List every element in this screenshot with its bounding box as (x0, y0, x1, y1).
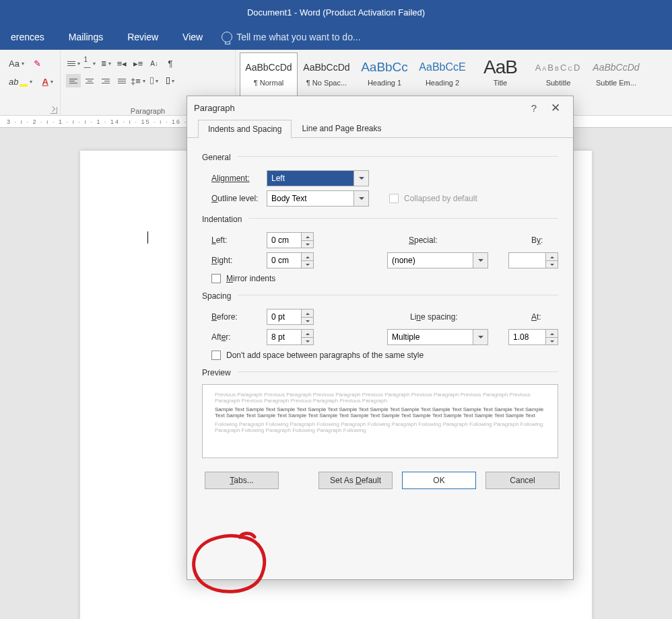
indentation-section: Indentation Left: Special: By: Right: Mi… (202, 215, 558, 283)
tab-mailings[interactable]: Mailings (63, 28, 108, 46)
show-marks-button[interactable]: ¶ (163, 57, 178, 70)
paragraph-dialog: Paragraph ? ✕ Indents and Spacing Line a… (187, 96, 574, 580)
cancel-button[interactable]: Cancel (485, 472, 560, 489)
numbering-button[interactable]: 1—▾ (82, 57, 97, 70)
clear-formatting-button[interactable]: ✎ (30, 57, 44, 71)
spacing-heading: Spacing (202, 291, 231, 301)
indent-left-label: Left: (202, 235, 263, 245)
increase-indent-button[interactable]: ▸≡ (131, 57, 145, 70)
preview-section: Preview Previous Paragraph Previous Para… (202, 368, 558, 458)
tell-me-placeholder: Tell me what you want to do... (236, 32, 360, 42)
help-button[interactable]: ? (523, 102, 545, 114)
general-section: General Alignment: OOutline level:utline… (202, 153, 558, 207)
style-tile-subtitle[interactable]: AaBbCcDSubtitle (529, 52, 587, 98)
preview-previous: Previous Paragraph Previous Paragraph Pr… (215, 392, 545, 404)
style-tile--no-spac-[interactable]: AaBbCcDd¶ No Spac... (298, 52, 356, 98)
preview-box: Previous Paragraph Previous Paragraph Pr… (202, 384, 558, 458)
at-spinner[interactable] (508, 329, 558, 345)
special-label: Special: (409, 235, 469, 245)
preview-heading: Preview (202, 368, 231, 377)
style-tile-heading-1[interactable]: AaBbCcHeading 1 (356, 52, 413, 98)
bullets-button[interactable]: ▾ (66, 57, 81, 70)
dialog-title: Paragraph (194, 103, 235, 113)
outline-level-label: OOutline level:utline level: (202, 194, 263, 203)
ruler-marks: 3 · ı · 2 · ı · 1 · ı · ı · 1 · 14 · ı ·… (7, 118, 193, 125)
chevron-down-icon[interactable] (473, 252, 488, 268)
sort-button[interactable]: A↓ (147, 57, 162, 70)
alignment-label: Alignment: (202, 174, 263, 183)
line-spacing-label: Line spacing: (410, 312, 484, 322)
decrease-indent-button[interactable]: ≡◂ (114, 57, 129, 70)
font-color-button[interactable]: A▾ (38, 75, 56, 89)
line-spacing-button[interactable]: ‡≡▾ (131, 74, 145, 87)
indent-right-label: Right: (202, 256, 263, 265)
after-spinner[interactable] (267, 329, 314, 345)
tab-indents-spacing[interactable]: Indents and Spacing (198, 120, 292, 138)
indentation-heading: Indentation (202, 215, 242, 224)
text-cursor (147, 231, 148, 244)
align-center-button[interactable] (82, 74, 97, 87)
before-spinner[interactable] (267, 309, 314, 325)
general-heading: General (202, 153, 231, 162)
change-case-button[interactable]: Aa▾ (5, 57, 28, 71)
close-button[interactable]: ✕ (545, 101, 566, 115)
indent-left-spinner[interactable] (267, 232, 314, 248)
tab-line-page-breaks[interactable]: Line and Page Breaks (292, 119, 391, 137)
by-label: By: (531, 235, 558, 245)
lightbulb-icon (222, 32, 232, 42)
ok-button[interactable]: OK (402, 472, 476, 489)
chevron-down-icon[interactable] (354, 170, 369, 186)
special-combo[interactable] (387, 252, 488, 268)
multilevel-button[interactable]: ≣▾ (98, 57, 113, 70)
align-right-button[interactable] (98, 74, 113, 87)
titlebar: Document1 - Word (Product Activation Fai… (0, 0, 672, 24)
mirror-indents-label: Mirror indents (226, 274, 275, 283)
chevron-down-icon[interactable] (354, 190, 369, 207)
style-tile--normal[interactable]: AaBbCcDd¶ Normal (240, 52, 298, 98)
preview-following: Following Paragraph Following Paragraph … (215, 421, 545, 433)
justify-button[interactable] (114, 74, 129, 87)
align-left-button[interactable] (66, 74, 81, 87)
spacing-section: Spacing Before: Line spacing: At: After:… (202, 291, 558, 360)
font-group: Aa▾ ✎ ab▾ A▾ (0, 50, 61, 116)
alignment-combo[interactable] (267, 170, 369, 186)
line-spacing-combo[interactable] (387, 329, 488, 345)
style-tile-subtle-em-[interactable]: AaBbCcDdSubtle Em... (587, 52, 645, 98)
mirror-indents-checkbox[interactable]: Mirror indents (202, 274, 558, 283)
dialog-titlebar[interactable]: Paragraph ? ✕ (187, 96, 573, 119)
tab-review[interactable]: Review (122, 28, 164, 46)
window-title: Document1 - Word (Product Activation Fai… (247, 7, 425, 17)
dont-add-space-checkbox[interactable]: Don't add space between paragraphs of th… (202, 351, 558, 360)
collapsed-label: Collapsed by default (404, 194, 477, 203)
ribbon-tabs: erences Mailings Review View Tell me wha… (0, 24, 672, 50)
borders-button[interactable]: ▾ (163, 74, 178, 87)
chevron-down-icon[interactable] (473, 329, 488, 345)
outline-level-combo[interactable] (267, 190, 369, 207)
font-launcher-icon[interactable] (51, 107, 57, 114)
style-tile-heading-2[interactable]: AaBbCcEHeading 2 (413, 52, 471, 98)
dialog-tabs: Indents and Spacing Line and Page Breaks (187, 119, 573, 138)
tabs-button[interactable]: Tabs... (205, 472, 279, 489)
after-label: After: (202, 332, 263, 342)
highlight-button[interactable]: ab▾ (5, 75, 36, 89)
style-tile-title[interactable]: AaBTitle (471, 52, 529, 98)
tab-view[interactable]: View (177, 28, 208, 46)
set-as-default-button[interactable]: Set As Default (318, 472, 393, 489)
tell-me-search[interactable]: Tell me what you want to do... (222, 32, 360, 42)
preview-sample: Sample Text Sample Text Sample Text Samp… (215, 406, 545, 418)
dont-add-space-label: Don't add space between paragraphs of th… (226, 351, 424, 360)
by-spinner[interactable] (508, 252, 558, 268)
at-label: At: (531, 312, 558, 322)
collapsed-checkbox: Collapsed by default (389, 194, 477, 203)
indent-right-spinner[interactable] (267, 252, 314, 268)
before-label: Before: (202, 312, 263, 322)
shading-button[interactable]: ▾ (147, 74, 162, 87)
tab-references[interactable]: erences (5, 28, 50, 46)
dialog-buttons: Tabs... Set As Default OK Cancel (187, 462, 573, 499)
